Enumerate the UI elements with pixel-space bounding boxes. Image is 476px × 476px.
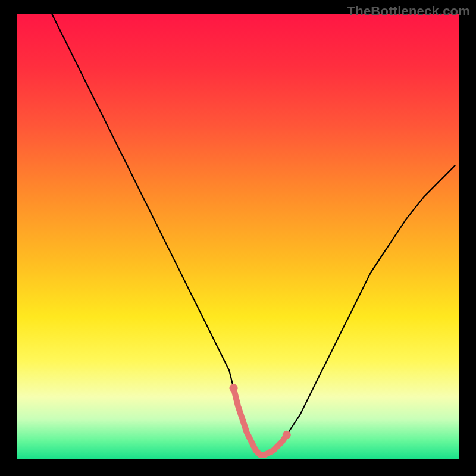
chart-container: TheBottleneck.com [0, 0, 476, 476]
optimal-zone-dot-right [283, 431, 291, 439]
watermark-text: TheBottleneck.com [347, 4, 470, 19]
plot-background [17, 14, 459, 459]
bottleneck-chart [0, 0, 476, 476]
optimal-zone-dot-left [230, 384, 238, 392]
